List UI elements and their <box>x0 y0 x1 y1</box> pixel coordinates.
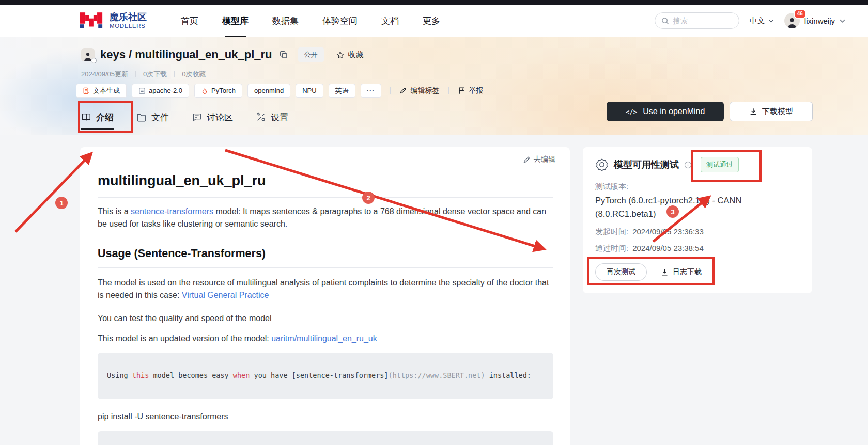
usage-text: The model is used on the resource of mul… <box>98 278 549 299</box>
user-menu[interactable]: 46 lixinweijy <box>784 13 845 28</box>
model-meta: 2024/09/05更新 0次下载 0次收藏 <box>81 70 206 79</box>
owner-avatar <box>81 48 95 61</box>
info-icon[interactable] <box>684 161 692 169</box>
download-icon <box>749 107 757 116</box>
star-icon <box>336 51 345 59</box>
code-text: you have [sentence-transformers] <box>250 371 388 379</box>
previous-model-link[interactable]: uaritm/multilingual_en_ru_uk <box>271 334 377 343</box>
model-full-name: keys / multilingual_en_uk_pl_ru <box>100 48 272 61</box>
navbar-right: 中文 46 lixinweijy <box>655 12 845 29</box>
tag-label: openmind <box>254 87 284 94</box>
tag-english[interactable]: 英语 <box>329 84 355 98</box>
license-icon <box>138 87 146 94</box>
download-button-label: 下载模型 <box>762 107 793 117</box>
tab-intro[interactable]: 介绍 <box>81 104 114 130</box>
log-download-button[interactable]: 日志下载 <box>661 267 702 277</box>
language-label: 中文 <box>750 16 765 26</box>
nav-item-docs[interactable]: 文档 <box>381 5 399 37</box>
visibility-badge: 公开 <box>298 47 324 62</box>
language-selector[interactable]: 中文 <box>750 16 774 26</box>
report-label: 举报 <box>469 86 484 96</box>
pencil-icon <box>399 87 407 94</box>
folder-icon <box>136 112 147 122</box>
top-strip <box>0 0 868 5</box>
tab-label: 设置 <box>271 112 288 123</box>
sentence-transformers-link[interactable]: sentence-transformers <box>131 207 213 216</box>
tag-openmind[interactable]: openmind <box>247 84 290 98</box>
search-input[interactable] <box>673 17 733 25</box>
tag-pytorch[interactable]: PyTorch <box>194 84 242 98</box>
tab-settings[interactable]: 设置 <box>256 104 288 130</box>
pass-time-label: 通过时间: <box>595 244 628 253</box>
tag-label: 英语 <box>335 86 349 96</box>
tab-files[interactable]: 文件 <box>136 104 169 130</box>
intro-text: This is a <box>98 207 131 216</box>
log-download-label: 日志下载 <box>673 267 702 277</box>
code-text: model becomes easy <box>149 371 233 379</box>
test-panel-header: 模型可用性测试 测试通过 <box>595 157 800 172</box>
pytorch-flame-icon <box>201 87 208 94</box>
use-button-label: Use in openMind <box>643 107 705 116</box>
navbar: 魔乐社区 MODELERS 首页 模型库 数据集 体验空间 文档 更多 中文 <box>0 5 868 37</box>
intro-paragraph: This is a sentence-transformers model: I… <box>98 205 553 230</box>
divider <box>98 197 553 198</box>
model-tabs: 介绍 文件 讨论区 设置 <box>81 104 288 130</box>
usage-heading: Usage (Sentence-Transformers) <box>98 247 553 268</box>
usage-paragraph-3: This model is an updated version of the … <box>98 332 553 345</box>
test-version-label: 测试版本: <box>595 182 800 192</box>
more-tags-button[interactable]: ··· <box>361 84 381 98</box>
tag-label: apache-2.0 <box>149 87 182 94</box>
tab-label: 介绍 <box>96 112 114 123</box>
virtual-general-practice-link[interactable]: Virtual General Practice <box>182 291 269 299</box>
pencil-icon <box>523 156 531 164</box>
code-block-1: Using this model becomes easy when you h… <box>98 353 553 399</box>
start-time-label: 发起时间: <box>595 227 628 237</box>
search-icon <box>661 17 669 25</box>
code-keyword: this <box>132 371 149 379</box>
copy-icon[interactable] <box>279 50 288 59</box>
tag-npu[interactable]: NPU <box>296 84 323 98</box>
retest-button[interactable]: 再次测试 <box>595 263 647 281</box>
chat-icon <box>192 112 202 122</box>
nav-item-datasets[interactable]: 数据集 <box>272 5 299 37</box>
code-text: installed: <box>485 371 531 379</box>
usage-paragraph-2: You can test the quality and speed of th… <box>98 312 553 325</box>
logo-title: 魔乐社区 <box>110 12 147 23</box>
pip-install-line: pip install -U sentence-transformers <box>98 410 553 423</box>
book-icon <box>81 112 91 122</box>
site-logo[interactable]: 魔乐社区 MODELERS <box>80 12 147 29</box>
search-box[interactable] <box>655 12 739 29</box>
edit-tags-button[interactable]: 编辑标签 <box>399 86 440 96</box>
tools-icon <box>256 112 266 122</box>
nav-item-models[interactable]: 模型库 <box>222 5 249 37</box>
download-model-button[interactable]: 下载模型 <box>730 102 813 121</box>
go-edit-link[interactable]: 去编辑 <box>523 155 555 164</box>
report-button[interactable]: 举报 <box>458 86 484 96</box>
modelers-logo-icon <box>80 12 104 29</box>
availability-test-panel: 模型可用性测试 测试通过 测试版本: PyTorch (6.0.rc1-pyto… <box>583 147 812 293</box>
download-icon <box>661 268 669 276</box>
owner-sub-badge-icon <box>91 58 97 63</box>
logo-text: 魔乐社区 MODELERS <box>110 12 147 29</box>
tag-text-generation[interactable]: 文本生成 <box>76 84 127 98</box>
tab-discussion[interactable]: 讨论区 <box>192 104 233 130</box>
favorite-label: 收藏 <box>348 50 364 60</box>
tab-label: 文件 <box>151 112 169 123</box>
divider <box>174 71 175 77</box>
tag-apache-2-0[interactable]: apache-2.0 <box>132 84 189 98</box>
favorite-button[interactable]: 收藏 <box>336 50 364 60</box>
text-generation-icon <box>83 87 90 94</box>
nav-item-home[interactable]: 首页 <box>181 5 198 37</box>
model-title-row: keys / multilingual_en_uk_pl_ru 公开 收藏 <box>81 47 364 62</box>
model-page: 魔乐社区 MODELERS 首页 模型库 数据集 体验空间 文档 更多 中文 <box>0 0 868 445</box>
use-in-openmind-button[interactable]: </> Use in openMind <box>607 102 724 121</box>
flag-icon <box>458 87 466 94</box>
divider <box>135 71 136 77</box>
nav-item-more[interactable]: 更多 <box>423 5 440 37</box>
notification-badge: 46 <box>794 9 807 19</box>
chevron-down-icon <box>840 19 845 23</box>
nav-item-spaces[interactable]: 体验空间 <box>322 5 358 37</box>
tag-label: NPU <box>302 87 316 94</box>
edit-tags-label: 编辑标签 <box>411 86 440 96</box>
logo-subtitle: MODELERS <box>110 23 147 29</box>
